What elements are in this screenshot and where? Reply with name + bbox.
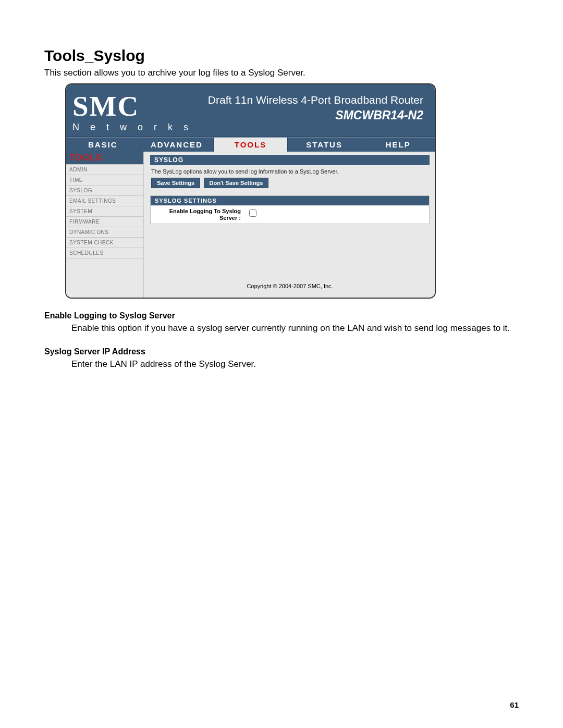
router-ui: SMC N e t w o r k s Draft 11n Wireless 4… [65,83,436,299]
dont-save-settings-button[interactable]: Don't Save Settings [204,178,269,188]
page-title: Tools_Syslog [44,47,519,65]
copyright: Copyright © 2004-2007 SMC, Inc. [150,252,430,291]
panel-description: The SysLog options allow you to send log… [150,165,430,178]
sidebar: TOOLS ADMIN TIME SYSLOG EMAIL SETTINGS S… [66,152,144,298]
page-number: 61 [510,700,519,709]
tab-basic[interactable]: BASIC [66,137,140,152]
sidebar-item-admin[interactable]: ADMIN [66,164,143,175]
sidebar-item-systemcheck[interactable]: SYSTEM CHECK [66,238,143,248]
enable-logging-label: Enable Logging To Syslog Server : [155,208,241,221]
product-title: Draft 11n Wireless 4-Port Broadband Rout… [208,94,423,106]
sidebar-item-syslog[interactable]: SYSLOG [66,186,143,196]
section-title-ip-address: Syslog Server IP Address [44,347,519,356]
main-tabs: BASIC ADVANCED TOOLS STATUS HELP [66,137,435,152]
sidebar-item-schedules[interactable]: SCHEDULES [66,248,143,258]
sidebar-item-ddns[interactable]: DYNAMIC DNS [66,227,143,238]
logo: SMC N e t w o r k s [72,92,192,132]
syslog-settings-header: SYSLOG SETTINGS [151,196,429,205]
product-model: SMCWBR14-N2 [208,108,423,122]
enable-logging-checkbox[interactable] [249,209,256,217]
sidebar-item-email[interactable]: EMAIL SETTINGS [66,196,143,206]
logo-subtext: N e t w o r k s [72,122,192,132]
save-settings-button[interactable]: Save Settings [151,178,200,188]
section-title-enable-logging: Enable Logging to Syslog Server [44,311,519,320]
sidebar-title: TOOLS [66,152,143,164]
content-area: SYSLOG The SysLog options allow you to s… [144,152,435,298]
tab-advanced[interactable]: ADVANCED [140,137,214,152]
tab-help[interactable]: HELP [361,137,435,152]
router-header: SMC N e t w o r k s Draft 11n Wireless 4… [66,84,435,137]
sidebar-item-firmware[interactable]: FIRMWARE [66,217,143,227]
tab-tools[interactable]: TOOLS [214,137,288,152]
panel-header-syslog: SYSLOG [150,155,430,165]
syslog-settings-box: SYSLOG SETTINGS Enable Logging To Syslog… [150,195,430,224]
tab-status[interactable]: STATUS [288,137,362,152]
sidebar-item-system[interactable]: SYSTEM [66,206,143,217]
intro-text: This section allows you to archive your … [44,68,519,78]
section-body-ip-address: Enter the LAN IP address of the Syslog S… [71,359,519,371]
sidebar-item-time[interactable]: TIME [66,175,143,186]
logo-text: SMC [72,92,139,120]
section-body-enable-logging: Enable this option if you have a syslog … [71,323,519,335]
